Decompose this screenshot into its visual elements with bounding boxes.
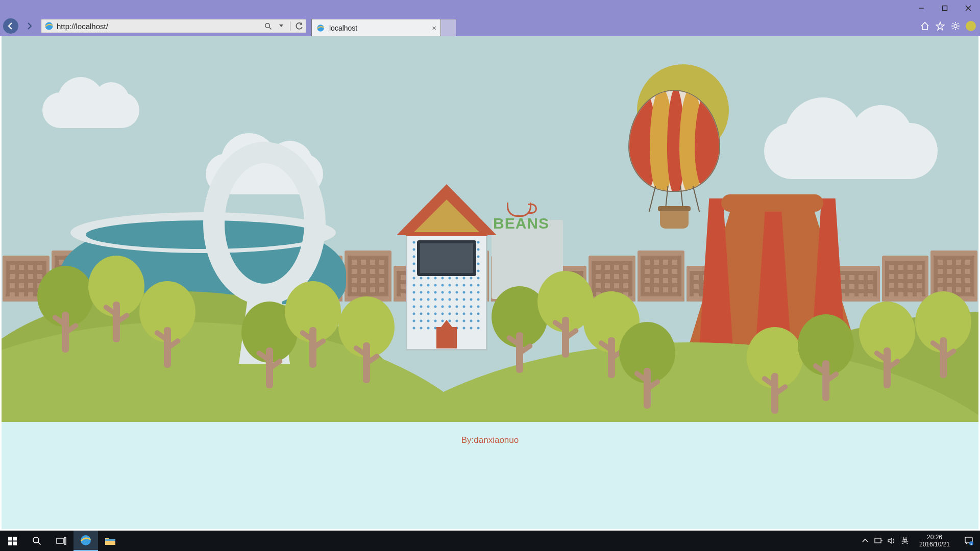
new-tab-button[interactable] <box>441 19 456 36</box>
svg-line-16 <box>958 23 959 24</box>
address-bar <box>41 19 306 33</box>
window-maximize-button[interactable] <box>933 0 957 16</box>
system-tray: 英 20:26 2016/10/21 1 <box>859 531 980 551</box>
tree-shape <box>338 296 395 383</box>
svg-line-22 <box>38 542 41 545</box>
refresh-icon[interactable] <box>292 19 306 33</box>
taskbar-clock[interactable]: 20:26 2016/10/21 <box>912 531 958 550</box>
action-center-icon[interactable]: 1 <box>958 531 980 551</box>
hot-air-balloon <box>628 90 720 243</box>
svg-rect-20 <box>13 541 17 545</box>
tray-overflow-icon[interactable] <box>859 531 872 551</box>
tree-shape <box>88 256 144 342</box>
nav-forward-button[interactable] <box>21 18 37 34</box>
cloud-shape <box>764 123 938 179</box>
ticket-booth <box>406 184 487 350</box>
ie-logo-icon <box>315 22 326 34</box>
star-icon[interactable] <box>935 21 945 31</box>
svg-rect-27 <box>875 538 881 543</box>
svg-line-13 <box>952 23 953 24</box>
svg-rect-24 <box>64 537 66 544</box>
task-view-button[interactable] <box>49 531 74 551</box>
home-icon[interactable] <box>920 21 930 31</box>
taskbar-search-button[interactable] <box>24 531 49 551</box>
svg-point-21 <box>33 537 39 543</box>
tree-shape <box>139 281 195 368</box>
svg-rect-17 <box>8 537 12 541</box>
window-minimize-button[interactable] <box>910 0 933 16</box>
svg-rect-19 <box>8 541 12 545</box>
search-icon[interactable] <box>261 19 275 33</box>
tree-shape <box>619 322 675 409</box>
svg-point-8 <box>954 24 957 28</box>
nav-back-button[interactable] <box>3 18 18 34</box>
page-credit: By:danxiaonuo <box>2 435 978 445</box>
svg-rect-18 <box>13 537 17 541</box>
taskbar-app-ie[interactable] <box>74 531 98 551</box>
ie-logo-icon <box>43 20 55 32</box>
tree-shape <box>859 302 915 388</box>
volume-icon[interactable] <box>885 531 898 551</box>
tree-shape <box>747 327 803 414</box>
svg-rect-26 <box>105 539 115 541</box>
tab-title: localhost <box>329 24 357 32</box>
browser-tab[interactable]: localhost × <box>311 19 441 36</box>
tree-shape <box>915 291 971 378</box>
svg-line-15 <box>952 28 953 29</box>
page-viewport: BEANS <box>2 36 978 529</box>
clock-time: 20:26 <box>914 534 955 541</box>
svg-rect-1 <box>943 6 947 10</box>
taskbar-app-explorer[interactable] <box>98 531 122 551</box>
clock-date: 2016/10/21 <box>914 541 955 548</box>
hero-illustration: BEANS <box>2 36 978 422</box>
browser-command-bar <box>920 18 976 34</box>
tab-close-icon[interactable]: × <box>432 23 436 32</box>
search-dropdown-icon[interactable] <box>275 19 288 33</box>
tree-shape <box>37 266 93 353</box>
tab-strip: localhost × <box>311 16 456 36</box>
svg-line-6 <box>269 27 271 29</box>
divider <box>290 21 290 31</box>
start-button[interactable] <box>0 531 24 551</box>
beans-sign: BEANS <box>493 215 549 232</box>
gear-icon[interactable] <box>950 21 961 31</box>
cloud-shape <box>42 92 139 128</box>
svg-rect-23 <box>57 538 63 543</box>
window-close-button[interactable] <box>957 0 980 16</box>
svg-point-5 <box>265 23 270 28</box>
tree-shape <box>285 281 341 368</box>
network-icon[interactable] <box>872 531 885 551</box>
windows-taskbar: 英 20:26 2016/10/21 1 <box>0 531 980 551</box>
url-input[interactable] <box>57 22 261 31</box>
browser-toolbar: localhost × <box>0 16 980 36</box>
window-titlebar <box>0 0 980 16</box>
svg-line-14 <box>958 28 959 29</box>
feedback-icon[interactable] <box>966 21 976 31</box>
tree-shape <box>798 314 854 401</box>
ime-indicator[interactable]: 英 <box>898 531 912 551</box>
